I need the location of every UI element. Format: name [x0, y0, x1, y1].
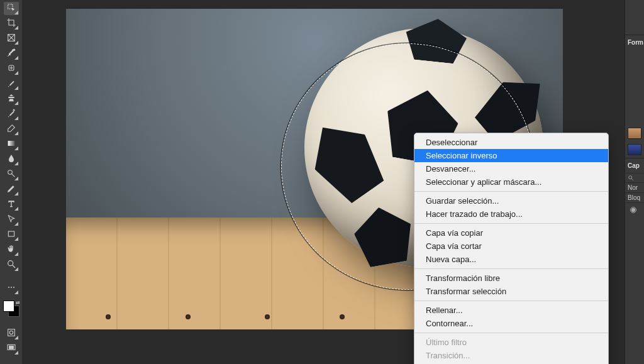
layers-lock[interactable]: Bloq: [625, 192, 644, 202]
menu-item-new-layer[interactable]: Nueva capa...: [414, 253, 608, 266]
edit-toolbar[interactable]: [4, 282, 19, 295]
path-selection-icon: [6, 214, 16, 226]
menu-separator: [414, 333, 608, 333]
gradient-icon: [6, 138, 16, 151]
menu-item-select-inverse[interactable]: Seleccionar inverso: [414, 149, 608, 162]
svg-rect-8: [8, 141, 14, 146]
quickmask-tool[interactable]: [4, 327, 19, 340]
menu-item-save-selection[interactable]: Guardar selección...: [414, 194, 608, 207]
svg-line-21: [631, 179, 633, 180]
svg-point-17: [9, 331, 13, 334]
clone-stamp-tool[interactable]: [4, 92, 19, 106]
rectangle-icon: [6, 229, 16, 241]
object-selection-tool[interactable]: [4, 2, 19, 15]
search-icon: [628, 175, 634, 181]
menu-item-layer-via-copy[interactable]: Capa vía copiar: [414, 226, 608, 240]
panel-forms-tab[interactable]: Form: [625, 35, 644, 50]
screenmode-icon: [6, 343, 16, 355]
menu-separator: [414, 191, 608, 192]
menu-separator: [414, 268, 608, 269]
frame-icon: [6, 33, 16, 45]
swap-colors-icon[interactable]: ⇄: [16, 300, 20, 306]
brush-icon: [6, 78, 16, 91]
menu-separator: [414, 223, 608, 224]
pen-tool[interactable]: [4, 183, 19, 196]
blur-tool[interactable]: [4, 153, 19, 166]
clone-stamp-icon: [6, 93, 16, 106]
gradient-tool[interactable]: [4, 138, 19, 151]
hand-tool[interactable]: [4, 243, 19, 256]
history-brush-icon: [6, 108, 16, 121]
eyedropper-icon: [6, 48, 16, 60]
menu-item-fill[interactable]: Rellenar...: [414, 304, 608, 317]
svg-point-15: [13, 287, 14, 288]
menu-item-select-and-mask[interactable]: Seleccionar y aplicar máscara...: [414, 175, 608, 189]
layers-blend-mode[interactable]: Nor: [625, 182, 644, 192]
panel-layers-tab[interactable]: Cap: [625, 158, 644, 173]
svg-point-9: [8, 170, 12, 174]
svg-point-11: [8, 260, 13, 265]
path-selection-tool[interactable]: [4, 213, 19, 226]
crop-icon: [6, 18, 16, 30]
svg-rect-16: [8, 329, 14, 336]
svg-point-20: [629, 176, 632, 179]
dodge-icon: [6, 168, 16, 181]
quickmask-icon: [6, 328, 16, 340]
pen-icon: [6, 184, 16, 196]
foreground-color-swatch[interactable]: [3, 301, 14, 312]
menu-item-fade-filter: Transición...: [414, 349, 608, 362]
svg-rect-10: [8, 231, 14, 236]
menu-item-layer-via-cut[interactable]: Capa vía cortar: [414, 240, 608, 253]
healing-brush-tool[interactable]: [4, 62, 19, 75]
layers-search[interactable]: [625, 173, 644, 182]
svg-line-12: [13, 265, 15, 268]
brush-tool[interactable]: [4, 77, 19, 91]
screenmode-tool[interactable]: [4, 342, 19, 355]
right-panels: Form Cap Nor Bloq: [625, 0, 644, 364]
workarea: DeseleccionarSeleccionar inversoDesvanec…: [22, 0, 644, 364]
crop-tool[interactable]: [4, 17, 19, 30]
svg-point-14: [11, 287, 12, 288]
eye-icon: [630, 207, 636, 213]
rectangle-tool[interactable]: [4, 228, 19, 241]
menu-item-last-filter: Último filtro: [414, 336, 608, 349]
menu-separator: [414, 301, 608, 301]
layers-visibility[interactable]: [625, 202, 644, 218]
dodge-tool[interactable]: [4, 168, 19, 181]
object-selection-icon: [6, 3, 16, 15]
history-brush-tool[interactable]: [4, 108, 19, 121]
panel-thumbnail-2[interactable]: [628, 144, 641, 155]
menu-item-deselect[interactable]: Deseleccionar: [414, 136, 608, 149]
svg-rect-19: [9, 346, 13, 349]
svg-point-13: [8, 287, 9, 288]
healing-brush-icon: [6, 63, 16, 75]
eraser-icon: [6, 123, 16, 136]
color-swatches[interactable]: ⇄: [3, 301, 19, 317]
menu-item-transform-selection[interactable]: Transformar selección: [414, 285, 608, 298]
edit-toolbar-icon: [6, 282, 16, 295]
menu-item-stroke[interactable]: Contornear...: [414, 317, 608, 330]
context-menu: DeseleccionarSeleccionar inversoDesvanec…: [414, 133, 609, 364]
menu-item-free-transform[interactable]: Transformación libre: [414, 272, 608, 285]
menu-item-make-work-path[interactable]: Hacer trazado de trabajo...: [414, 207, 608, 221]
type-icon: [6, 199, 16, 211]
eyedropper-tool[interactable]: [4, 47, 19, 60]
eraser-tool[interactable]: [4, 123, 19, 136]
zoom-icon: [6, 259, 16, 272]
zoom-tool[interactable]: [4, 258, 19, 272]
menu-item-fade[interactable]: Desvanecer...: [414, 162, 608, 175]
frame-tool[interactable]: [4, 32, 19, 45]
panel-thumbnail-1[interactable]: [628, 128, 641, 139]
blur-icon: [6, 153, 16, 166]
type-tool[interactable]: [4, 198, 19, 211]
hand-icon: [6, 244, 16, 256]
toolbar: ⇄: [0, 0, 22, 364]
